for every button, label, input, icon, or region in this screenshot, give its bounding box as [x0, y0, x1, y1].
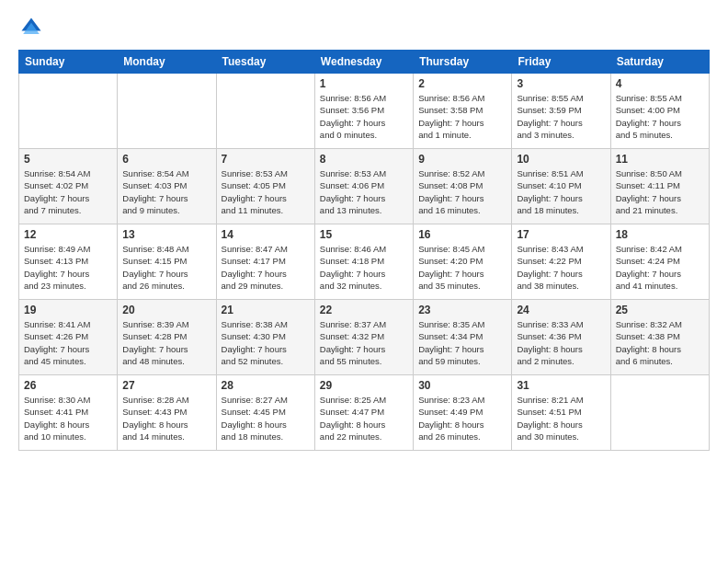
- page: SundayMondayTuesdayWednesdayThursdayFrid…: [0, 0, 728, 563]
- day-number: 23: [418, 304, 506, 316]
- day-info: Sunrise: 8:52 AM Sunset: 4:08 PM Dayligh…: [418, 167, 506, 216]
- calendar-cell: 8Sunrise: 8:53 AM Sunset: 4:06 PM Daylig…: [314, 149, 413, 224]
- column-header-wednesday: Wednesday: [314, 51, 413, 74]
- calendar-cell: 24Sunrise: 8:33 AM Sunset: 4:36 PM Dayli…: [512, 300, 610, 375]
- column-header-friday: Friday: [512, 51, 610, 74]
- day-info: Sunrise: 8:43 AM Sunset: 4:22 PM Dayligh…: [517, 243, 605, 292]
- column-header-monday: Monday: [118, 51, 216, 74]
- day-info: Sunrise: 8:35 AM Sunset: 4:34 PM Dayligh…: [418, 318, 506, 367]
- calendar-cell: 22Sunrise: 8:37 AM Sunset: 4:32 PM Dayli…: [314, 300, 413, 375]
- day-info: Sunrise: 8:38 AM Sunset: 4:30 PM Dayligh…: [222, 318, 310, 367]
- calendar-cell: 2Sunrise: 8:56 AM Sunset: 3:58 PM Daylig…: [414, 74, 512, 149]
- day-info: Sunrise: 8:50 AM Sunset: 4:11 PM Dayligh…: [616, 167, 704, 216]
- day-number: 5: [24, 153, 112, 166]
- calendar-cell: [19, 74, 118, 149]
- calendar-cell: 12Sunrise: 8:49 AM Sunset: 4:13 PM Dayli…: [19, 224, 118, 300]
- day-info: Sunrise: 8:49 AM Sunset: 4:13 PM Dayligh…: [24, 243, 112, 292]
- day-number: 9: [418, 153, 506, 166]
- day-info: Sunrise: 8:28 AM Sunset: 4:43 PM Dayligh…: [122, 394, 210, 442]
- logo-icon: [18, 15, 44, 40]
- logo: [18, 15, 48, 40]
- calendar-cell: 11Sunrise: 8:50 AM Sunset: 4:11 PM Dayli…: [610, 149, 709, 224]
- calendar-cell: 9Sunrise: 8:52 AM Sunset: 4:08 PM Daylig…: [414, 149, 512, 224]
- calendar-cell: 28Sunrise: 8:27 AM Sunset: 4:45 PM Dayli…: [216, 375, 314, 451]
- calendar-cell: 10Sunrise: 8:51 AM Sunset: 4:10 PM Dayli…: [512, 149, 610, 224]
- calendar-body: 1Sunrise: 8:56 AM Sunset: 3:56 PM Daylig…: [19, 74, 710, 451]
- day-info: Sunrise: 8:42 AM Sunset: 4:24 PM Dayligh…: [616, 243, 704, 292]
- day-number: 7: [222, 153, 310, 166]
- calendar-cell: 27Sunrise: 8:28 AM Sunset: 4:43 PM Dayli…: [118, 375, 216, 451]
- calendar-cell: 26Sunrise: 8:30 AM Sunset: 4:41 PM Dayli…: [19, 375, 118, 451]
- calendar-row-4: 26Sunrise: 8:30 AM Sunset: 4:41 PM Dayli…: [19, 375, 710, 451]
- day-info: Sunrise: 8:32 AM Sunset: 4:38 PM Dayligh…: [616, 318, 704, 367]
- calendar-table: SundayMondayTuesdayWednesdayThursdayFrid…: [18, 50, 710, 451]
- calendar-cell: 15Sunrise: 8:46 AM Sunset: 4:18 PM Dayli…: [314, 224, 413, 300]
- day-info: Sunrise: 8:33 AM Sunset: 4:36 PM Dayligh…: [517, 318, 605, 367]
- day-number: 18: [616, 228, 704, 241]
- day-number: 28: [222, 379, 310, 392]
- calendar-row-0: 1Sunrise: 8:56 AM Sunset: 3:56 PM Daylig…: [19, 74, 710, 149]
- day-number: 26: [24, 379, 112, 392]
- day-number: 22: [320, 304, 408, 316]
- day-number: 20: [122, 304, 210, 316]
- calendar-cell: 18Sunrise: 8:42 AM Sunset: 4:24 PM Dayli…: [610, 224, 709, 300]
- calendar-cell: [216, 74, 314, 149]
- day-info: Sunrise: 8:30 AM Sunset: 4:41 PM Dayligh…: [24, 394, 112, 442]
- calendar-cell: 14Sunrise: 8:47 AM Sunset: 4:17 PM Dayli…: [216, 224, 314, 300]
- day-number: 8: [320, 153, 408, 166]
- calendar-cell: [118, 74, 216, 149]
- day-info: Sunrise: 8:56 AM Sunset: 3:56 PM Dayligh…: [320, 92, 408, 141]
- day-info: Sunrise: 8:25 AM Sunset: 4:47 PM Dayligh…: [320, 394, 408, 442]
- day-info: Sunrise: 8:21 AM Sunset: 4:51 PM Dayligh…: [517, 394, 605, 442]
- calendar-cell: 25Sunrise: 8:32 AM Sunset: 4:38 PM Dayli…: [610, 300, 709, 375]
- calendar-cell: 21Sunrise: 8:38 AM Sunset: 4:30 PM Dayli…: [216, 300, 314, 375]
- day-number: 29: [320, 379, 408, 392]
- calendar-cell: 7Sunrise: 8:53 AM Sunset: 4:05 PM Daylig…: [216, 149, 314, 224]
- day-number: 25: [616, 304, 704, 316]
- day-number: 13: [122, 228, 210, 241]
- day-number: 3: [517, 77, 605, 90]
- day-number: 1: [320, 77, 408, 90]
- calendar-cell: 13Sunrise: 8:48 AM Sunset: 4:15 PM Dayli…: [118, 224, 216, 300]
- day-number: 10: [517, 153, 605, 166]
- day-info: Sunrise: 8:55 AM Sunset: 4:00 PM Dayligh…: [616, 92, 704, 141]
- column-header-tuesday: Tuesday: [216, 51, 314, 74]
- calendar-cell: 4Sunrise: 8:55 AM Sunset: 4:00 PM Daylig…: [610, 74, 709, 149]
- day-info: Sunrise: 8:27 AM Sunset: 4:45 PM Dayligh…: [222, 394, 310, 442]
- day-number: 12: [24, 228, 112, 241]
- day-number: 27: [122, 379, 210, 392]
- day-number: 30: [418, 379, 506, 392]
- column-header-thursday: Thursday: [414, 51, 512, 74]
- calendar-cell: 1Sunrise: 8:56 AM Sunset: 3:56 PM Daylig…: [314, 74, 413, 149]
- calendar-cell: 16Sunrise: 8:45 AM Sunset: 4:20 PM Dayli…: [414, 224, 512, 300]
- calendar-cell: [610, 375, 709, 451]
- day-info: Sunrise: 8:45 AM Sunset: 4:20 PM Dayligh…: [418, 243, 506, 292]
- header-row: SundayMondayTuesdayWednesdayThursdayFrid…: [19, 51, 710, 74]
- day-info: Sunrise: 8:47 AM Sunset: 4:17 PM Dayligh…: [222, 243, 310, 292]
- calendar-cell: 6Sunrise: 8:54 AM Sunset: 4:03 PM Daylig…: [118, 149, 216, 224]
- day-info: Sunrise: 8:54 AM Sunset: 4:03 PM Dayligh…: [122, 167, 210, 216]
- day-info: Sunrise: 8:54 AM Sunset: 4:02 PM Dayligh…: [24, 167, 112, 216]
- calendar-cell: 30Sunrise: 8:23 AM Sunset: 4:49 PM Dayli…: [414, 375, 512, 451]
- day-number: 19: [24, 304, 112, 316]
- day-number: 11: [616, 153, 704, 166]
- calendar-row-2: 12Sunrise: 8:49 AM Sunset: 4:13 PM Dayli…: [19, 224, 710, 300]
- day-number: 17: [517, 228, 605, 241]
- day-info: Sunrise: 8:53 AM Sunset: 4:05 PM Dayligh…: [222, 167, 310, 216]
- calendar-header: SundayMondayTuesdayWednesdayThursdayFrid…: [19, 51, 710, 74]
- calendar-row-1: 5Sunrise: 8:54 AM Sunset: 4:02 PM Daylig…: [19, 149, 710, 224]
- calendar-cell: 5Sunrise: 8:54 AM Sunset: 4:02 PM Daylig…: [19, 149, 118, 224]
- day-number: 4: [616, 77, 704, 90]
- column-header-saturday: Saturday: [610, 51, 709, 74]
- day-number: 14: [222, 228, 310, 241]
- day-number: 16: [418, 228, 506, 241]
- calendar-cell: 19Sunrise: 8:41 AM Sunset: 4:26 PM Dayli…: [19, 300, 118, 375]
- day-info: Sunrise: 8:41 AM Sunset: 4:26 PM Dayligh…: [24, 318, 112, 367]
- day-number: 24: [517, 304, 605, 316]
- header: [18, 15, 710, 40]
- calendar-row-3: 19Sunrise: 8:41 AM Sunset: 4:26 PM Dayli…: [19, 300, 710, 375]
- day-info: Sunrise: 8:23 AM Sunset: 4:49 PM Dayligh…: [418, 394, 506, 442]
- day-number: 6: [122, 153, 210, 166]
- calendar-cell: 23Sunrise: 8:35 AM Sunset: 4:34 PM Dayli…: [414, 300, 512, 375]
- day-number: 31: [517, 379, 605, 392]
